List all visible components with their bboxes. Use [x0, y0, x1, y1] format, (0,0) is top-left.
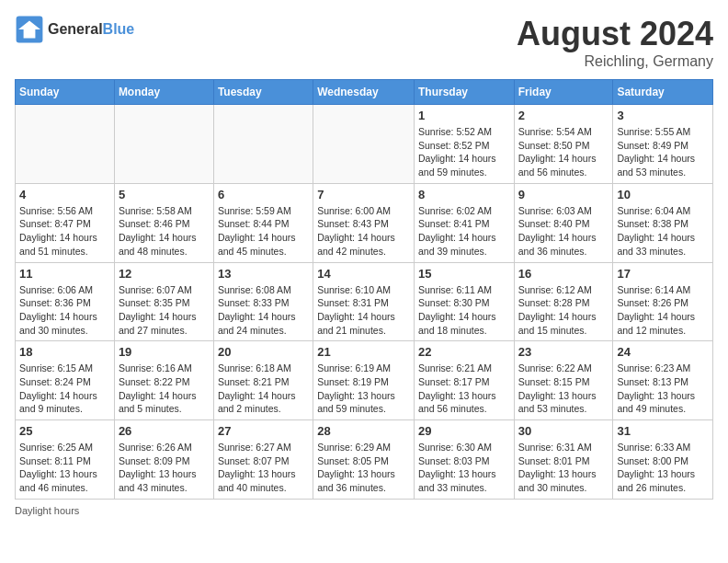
day-number: 29	[418, 424, 510, 438]
calendar-cell	[114, 105, 213, 184]
calendar-cell: 15Sunrise: 6:11 AMSunset: 8:30 PMDayligh…	[414, 262, 514, 341]
calendar-header-sunday: Sunday	[16, 80, 115, 105]
day-info: Sunrise: 6:03 AMSunset: 8:40 PMDaylight:…	[518, 204, 609, 259]
calendar-header-saturday: Saturday	[613, 80, 713, 105]
calendar-week-4: 18Sunrise: 6:15 AMSunset: 8:24 PMDayligh…	[16, 341, 713, 420]
day-number: 4	[19, 188, 110, 201]
day-info: Sunrise: 6:12 AMSunset: 8:28 PMDaylight:…	[518, 283, 609, 338]
day-info: Sunrise: 6:04 AMSunset: 8:38 PMDaylight:…	[617, 204, 709, 259]
month-year: August 2024	[517, 15, 713, 53]
day-info: Sunrise: 6:10 AMSunset: 8:31 PMDaylight:…	[317, 283, 410, 338]
day-number: 25	[19, 424, 110, 438]
day-info: Sunrise: 5:59 AMSunset: 8:44 PMDaylight:…	[218, 204, 309, 259]
title-area: August 2024 Reichling, Germany	[517, 15, 713, 70]
calendar-cell: 23Sunrise: 6:22 AMSunset: 8:15 PMDayligh…	[514, 341, 613, 420]
calendar-table: SundayMondayTuesdayWednesdayThursdayFrid…	[15, 79, 713, 500]
calendar-cell: 30Sunrise: 6:31 AMSunset: 8:01 PMDayligh…	[514, 420, 613, 500]
calendar-cell: 14Sunrise: 6:10 AMSunset: 8:31 PMDayligh…	[313, 262, 415, 341]
calendar-cell	[16, 105, 115, 184]
calendar-header-monday: Monday	[114, 80, 213, 105]
logo-general: General	[48, 21, 103, 37]
day-number: 11	[19, 267, 110, 281]
calendar-header-friday: Friday	[514, 80, 613, 105]
calendar-cell: 5Sunrise: 5:58 AMSunset: 8:46 PMDaylight…	[114, 183, 213, 262]
day-info: Sunrise: 6:18 AMSunset: 8:21 PMDaylight:…	[218, 362, 309, 416]
calendar-cell: 10Sunrise: 6:04 AMSunset: 8:38 PMDayligh…	[613, 183, 713, 262]
calendar-week-2: 4Sunrise: 5:56 AMSunset: 8:47 PMDaylight…	[16, 183, 713, 262]
day-info: Sunrise: 5:52 AMSunset: 8:52 PMDaylight:…	[418, 125, 510, 179]
day-number: 5	[119, 188, 210, 201]
day-info: Sunrise: 6:19 AMSunset: 8:19 PMDaylight:…	[317, 362, 410, 416]
day-number: 17	[617, 267, 709, 281]
location: Reichling, Germany	[517, 53, 713, 70]
day-number: 14	[317, 267, 410, 281]
day-number: 27	[218, 424, 309, 438]
day-info: Sunrise: 6:25 AMSunset: 8:11 PMDaylight:…	[19, 441, 110, 495]
day-number: 12	[119, 267, 210, 281]
calendar-week-1: 1Sunrise: 5:52 AMSunset: 8:52 PMDaylight…	[16, 105, 713, 184]
calendar-cell: 19Sunrise: 6:16 AMSunset: 8:22 PMDayligh…	[114, 341, 213, 420]
day-info: Sunrise: 6:15 AMSunset: 8:24 PMDaylight:…	[19, 362, 110, 416]
day-number: 16	[518, 267, 609, 281]
calendar-cell: 6Sunrise: 5:59 AMSunset: 8:44 PMDaylight…	[213, 183, 313, 262]
day-info: Sunrise: 5:56 AMSunset: 8:47 PMDaylight:…	[19, 204, 110, 259]
day-info: Sunrise: 6:00 AMSunset: 8:43 PMDaylight:…	[317, 204, 410, 259]
calendar-week-5: 25Sunrise: 6:25 AMSunset: 8:11 PMDayligh…	[16, 420, 713, 500]
calendar-cell: 7Sunrise: 6:00 AMSunset: 8:43 PMDaylight…	[313, 183, 415, 262]
calendar-cell: 13Sunrise: 6:08 AMSunset: 8:33 PMDayligh…	[213, 262, 313, 341]
day-number: 8	[418, 188, 510, 201]
calendar-cell: 2Sunrise: 5:54 AMSunset: 8:50 PMDaylight…	[514, 105, 613, 184]
calendar-header-thursday: Thursday	[414, 80, 514, 105]
day-info: Sunrise: 6:22 AMSunset: 8:15 PMDaylight:…	[518, 362, 609, 416]
day-number: 9	[518, 188, 609, 201]
day-number: 20	[218, 345, 309, 359]
day-info: Sunrise: 6:23 AMSunset: 8:13 PMDaylight:…	[617, 362, 709, 416]
day-info: Sunrise: 6:16 AMSunset: 8:22 PMDaylight:…	[119, 362, 210, 416]
day-number: 21	[317, 345, 410, 359]
calendar-cell: 16Sunrise: 6:12 AMSunset: 8:28 PMDayligh…	[514, 262, 613, 341]
logo: GeneralBlue	[15, 15, 134, 44]
day-info: Sunrise: 6:21 AMSunset: 8:17 PMDaylight:…	[418, 362, 510, 416]
footer-note: Daylight hours	[15, 505, 713, 516]
calendar-cell: 4Sunrise: 5:56 AMSunset: 8:47 PMDaylight…	[16, 183, 115, 262]
calendar-cell	[313, 105, 415, 184]
day-number: 22	[418, 345, 510, 359]
day-info: Sunrise: 6:07 AMSunset: 8:35 PMDaylight:…	[119, 283, 210, 338]
day-number: 6	[218, 188, 309, 201]
calendar-header-tuesday: Tuesday	[213, 80, 313, 105]
calendar-cell: 3Sunrise: 5:55 AMSunset: 8:49 PMDaylight…	[613, 105, 713, 184]
calendar-cell: 25Sunrise: 6:25 AMSunset: 8:11 PMDayligh…	[16, 420, 115, 500]
day-info: Sunrise: 6:27 AMSunset: 8:07 PMDaylight:…	[218, 441, 309, 495]
day-info: Sunrise: 6:06 AMSunset: 8:36 PMDaylight:…	[19, 283, 110, 338]
calendar-cell: 8Sunrise: 6:02 AMSunset: 8:41 PMDaylight…	[414, 183, 514, 262]
logo-blue: Blue	[103, 21, 135, 37]
day-number: 18	[19, 345, 110, 359]
day-number: 15	[418, 267, 510, 281]
day-number: 23	[518, 345, 609, 359]
day-number: 28	[317, 424, 410, 438]
calendar-cell: 1Sunrise: 5:52 AMSunset: 8:52 PMDaylight…	[414, 105, 514, 184]
day-info: Sunrise: 6:14 AMSunset: 8:26 PMDaylight:…	[617, 283, 709, 338]
day-info: Sunrise: 6:29 AMSunset: 8:05 PMDaylight:…	[317, 441, 410, 495]
calendar-cell: 17Sunrise: 6:14 AMSunset: 8:26 PMDayligh…	[613, 262, 713, 341]
day-number: 3	[617, 109, 709, 122]
day-info: Sunrise: 6:08 AMSunset: 8:33 PMDaylight:…	[218, 283, 309, 338]
calendar-cell: 29Sunrise: 6:30 AMSunset: 8:03 PMDayligh…	[414, 420, 514, 500]
day-info: Sunrise: 6:30 AMSunset: 8:03 PMDaylight:…	[418, 441, 510, 495]
calendar-cell: 12Sunrise: 6:07 AMSunset: 8:35 PMDayligh…	[114, 262, 213, 341]
day-number: 10	[617, 188, 709, 201]
logo-icon	[15, 15, 44, 44]
day-number: 13	[218, 267, 309, 281]
day-number: 19	[119, 345, 210, 359]
day-info: Sunrise: 5:58 AMSunset: 8:46 PMDaylight:…	[119, 204, 210, 259]
calendar-cell: 27Sunrise: 6:27 AMSunset: 8:07 PMDayligh…	[213, 420, 313, 500]
calendar-cell: 9Sunrise: 6:03 AMSunset: 8:40 PMDaylight…	[514, 183, 613, 262]
day-number: 7	[317, 188, 410, 201]
calendar-cell: 18Sunrise: 6:15 AMSunset: 8:24 PMDayligh…	[16, 341, 115, 420]
calendar-cell: 24Sunrise: 6:23 AMSunset: 8:13 PMDayligh…	[613, 341, 713, 420]
calendar-header-row: SundayMondayTuesdayWednesdayThursdayFrid…	[16, 80, 713, 105]
page-header: GeneralBlue August 2024 Reichling, Germa…	[15, 15, 713, 70]
day-number: 26	[119, 424, 210, 438]
day-number: 30	[518, 424, 609, 438]
calendar-cell	[213, 105, 313, 184]
